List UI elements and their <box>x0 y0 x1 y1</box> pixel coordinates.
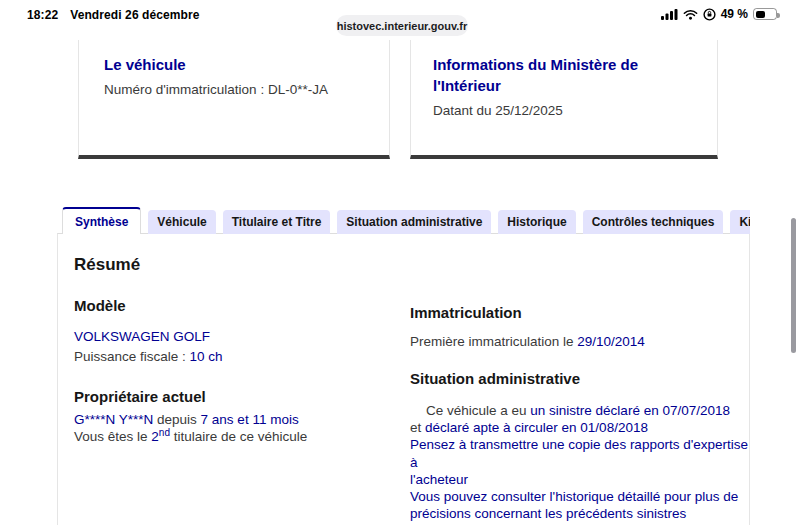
tab-synthese[interactable]: Synthèse <box>62 207 141 234</box>
tab-bar: Synthèse Véhicule Titulaire et Titre Sit… <box>62 207 750 234</box>
tab-kilometrage[interactable]: Kilométrage <box>730 210 750 234</box>
address-bar[interactable]: histovec.interieur.gouv.fr <box>336 15 468 36</box>
tab-titulaire-et-titre[interactable]: Titulaire et Titre <box>223 210 331 234</box>
holder-rank: 2 <box>151 429 159 444</box>
synthese-panel: Résumé Modèle VOLKSWAGEN GOLF Puissance … <box>57 233 750 525</box>
tab-controles-techniques[interactable]: Contrôles techniques <box>583 210 724 234</box>
tab-historique[interactable]: Historique <box>498 210 575 234</box>
holder-rank-ordinal: nd <box>159 427 170 438</box>
battery-icon <box>753 8 777 20</box>
summary-heading: Résumé <box>74 255 140 275</box>
owner-heading: Propriétaire actuel <box>74 388 206 405</box>
admin-situation-heading: Situation administrative <box>410 370 580 387</box>
holder-rank-line: Vous êtes le 2nd titulaire de ce véhicul… <box>74 428 307 446</box>
orientation-lock-icon <box>703 8 716 21</box>
safari-ipad-screen: 18:22 Vendredi 26 décembre <box>0 0 800 525</box>
first-registration-line: Première immatriculation le 29/10/2014 <box>410 333 645 351</box>
clock-time: 18:22 <box>27 8 58 22</box>
owner-duration: 7 ans et 11 mois <box>201 412 299 427</box>
vehicle-card: Le véhicule Numéro d'immatriculation : D… <box>78 40 390 159</box>
first-registration-date: 29/10/2014 <box>577 334 645 349</box>
wifi-icon <box>683 9 698 20</box>
clock-date: Vendredi 26 décembre <box>70 8 199 22</box>
situation-line: Ce véhicule a eu un sinistre déclaré en … <box>410 402 755 419</box>
ministry-card: Informations du Ministère de l'Intérieur… <box>410 40 718 159</box>
vehicle-card-body: Numéro d'immatriculation : DL-0**-JA <box>104 82 369 97</box>
owner-line: G****N Y***N depuis 7 ans et 11 mois <box>74 411 299 429</box>
situation-line: précisions concernant les précédents sin… <box>410 505 755 522</box>
tab-vehicule[interactable]: Véhicule <box>148 210 215 234</box>
address-bar-url: histovec.interieur.gouv.fr <box>337 20 468 32</box>
fiscal-power-value: 10 ch <box>190 349 223 364</box>
vertical-scrollbar[interactable] <box>791 218 796 353</box>
ministry-card-body: Datant du 25/12/2025 <box>433 103 697 118</box>
tab-situation-administrative[interactable]: Situation administrative <box>337 210 491 234</box>
ministry-card-title: Informations du Ministère de l'Intérieur <box>433 54 697 96</box>
model-heading: Modèle <box>74 297 126 314</box>
admin-situation-paragraph: Ce véhicule a eu un sinistre déclaré en … <box>410 402 755 522</box>
situation-line: et déclaré apte à circuler en 01/08/2018 <box>410 419 755 436</box>
situation-line: l'acheteur <box>410 471 755 488</box>
battery-percent: 49 % <box>721 7 748 21</box>
vehicle-card-title: Le véhicule <box>104 54 369 75</box>
owner-name: G****N Y***N <box>74 412 153 427</box>
fiscal-power-line: Puissance fiscale : 10 ch <box>74 348 223 366</box>
model-name: VOLKSWAGEN GOLF <box>74 328 210 346</box>
cellular-signal-icon <box>661 9 678 20</box>
situation-line: Vous pouvez consulter l'historique détai… <box>410 488 755 505</box>
registration-heading: Immatriculation <box>410 304 522 321</box>
situation-line: Pensez à transmettre une copie des rappo… <box>410 436 755 470</box>
